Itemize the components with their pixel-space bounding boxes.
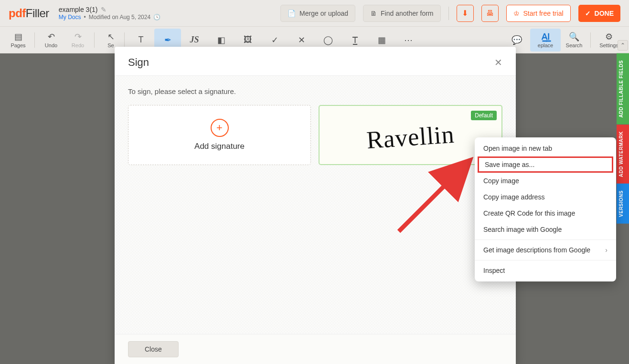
chevron-up-icon: ⌃ — [620, 42, 625, 49]
doc-info: example 3(1) ✎ My Docs • Modified on Aug… — [59, 6, 160, 21]
ctx-separator — [475, 239, 616, 240]
ctx-image-descriptions[interactable]: Get image descriptions from Google — [475, 242, 616, 258]
print-button[interactable]: 🖶 — [481, 5, 499, 22]
sign-prompt: To sign, please select a signature. — [128, 87, 502, 95]
ctx-inspect[interactable]: Inspect — [475, 262, 616, 279]
tool-redo-label: Redo — [72, 42, 84, 48]
default-badge: Default — [471, 111, 497, 120]
tool-select-label: Se — [107, 42, 114, 48]
initials-icon: JS — [190, 35, 199, 45]
merge-label: Merge or upload — [299, 10, 348, 17]
ctx-separator — [475, 260, 616, 260]
app-logo[interactable]: pdfFiller — [9, 7, 49, 20]
context-menu: Open image in new tab Save image as... C… — [475, 137, 616, 281]
modal-body: To sign, please select a signature. + Ad… — [115, 76, 516, 334]
app-header: pdfFiller example 3(1) ✎ My Docs • Modif… — [0, 0, 629, 27]
ctx-save-image-as[interactable]: Save image as... — [478, 156, 613, 173]
download-icon: ⬇ — [462, 9, 468, 18]
my-docs-link[interactable]: My Docs — [59, 14, 81, 21]
side-tab-watermark[interactable]: ADD WATERMARK — [617, 125, 629, 184]
pages-icon: ▤ — [14, 32, 22, 42]
signature-row: + Add signature Default Ravellin ✎ — [128, 105, 502, 165]
logo-thin: Filler — [26, 7, 49, 20]
edit-title-icon[interactable]: ✎ — [101, 6, 107, 14]
print-icon: 🖶 — [486, 9, 494, 18]
tool-replace[interactable]: A̲I̲eplace — [530, 29, 561, 52]
tool-undo-label: Undo — [45, 42, 57, 48]
clock-icon: 🕓 — [153, 14, 160, 21]
tool-search-label: Search — [566, 42, 583, 48]
tool-pages-label: Pages — [11, 42, 25, 48]
more-icon: ⋯ — [404, 35, 413, 45]
modified-text: Modified on Aug 5, 2024 — [89, 14, 150, 21]
image-icon: 🖼 — [244, 35, 252, 45]
cursor-icon: ↖ — [107, 32, 115, 42]
comment-icon: 💬 — [512, 35, 522, 45]
check-icon: ✓ — [271, 35, 278, 45]
modal-title: Sign — [128, 56, 149, 69]
ctx-qr-code[interactable]: Create QR Code for this image — [475, 205, 616, 221]
redo-icon: ↷ — [75, 32, 82, 42]
cross-icon: ✕ — [298, 35, 305, 45]
side-tab-fillable[interactable]: ADD FILLABLE FIELDS — [617, 53, 629, 125]
doc-title-text[interactable]: example 3(1) — [59, 6, 98, 14]
modal-close-x[interactable]: ✕ — [494, 57, 502, 68]
gear-icon: ⚙ — [605, 32, 613, 42]
tool-undo[interactable]: ↶Undo — [38, 29, 64, 52]
tool-replace-label: eplace — [538, 42, 553, 48]
close-icon: ✕ — [494, 57, 502, 68]
logo-bold: pdf — [9, 7, 26, 20]
crown-icon: ♔ — [513, 10, 520, 17]
quill-icon: ✒ — [164, 35, 171, 45]
download-button[interactable]: ⬇ — [457, 5, 474, 22]
start-trial-button[interactable]: ♔ Start free trial — [506, 5, 571, 22]
plus-icon: + — [211, 119, 229, 137]
toolbar-expand[interactable]: ⌃ — [618, 40, 628, 51]
done-label: DONE — [595, 10, 614, 17]
merge-upload-button[interactable]: 📄 Merge or upload — [280, 5, 355, 22]
search-icon: 🔍 — [569, 32, 579, 42]
date-icon: ▦ — [378, 35, 386, 45]
ctx-copy-image[interactable]: Copy image — [475, 173, 616, 189]
replace-icon: A̲I̲ — [542, 32, 550, 42]
ctx-copy-address[interactable]: Copy image address — [475, 189, 616, 205]
ctx-open-new-tab[interactable]: Open image in new tab — [475, 140, 616, 156]
close-button[interactable]: Close — [128, 341, 179, 357]
add-signature-card[interactable]: + Add signature — [128, 105, 311, 165]
tool-redo[interactable]: ↷Redo — [64, 29, 91, 52]
modal-header: Sign ✕ — [115, 47, 516, 76]
tool-search[interactable]: 🔍Search — [561, 29, 587, 52]
find-label: Find another form — [381, 10, 434, 17]
undo-icon: ↶ — [48, 32, 55, 42]
side-panel: ADD FILLABLE FIELDS ADD WATERMARK VERSIO… — [617, 53, 629, 364]
find-form-button[interactable]: 🗎 Find another form — [363, 5, 441, 22]
modal-footer: Close — [115, 334, 516, 364]
dot: • — [84, 14, 85, 21]
done-button[interactable]: ✓ DONE — [578, 5, 620, 22]
sign-modal: Sign ✕ To sign, please select a signatur… — [115, 47, 516, 364]
side-tab-versions[interactable]: VERSIONS — [617, 184, 629, 224]
text-icon: T — [139, 35, 144, 45]
signature-image: Ravellin — [366, 120, 456, 154]
eraser-icon: ◧ — [217, 35, 225, 45]
check-icon: ✓ — [585, 10, 591, 17]
textbox-icon: T̲ — [352, 35, 358, 45]
circle-icon: ◯ — [323, 35, 333, 45]
trial-label: Start free trial — [523, 10, 564, 17]
merge-icon: 📄 — [288, 10, 296, 17]
tool-pages[interactable]: ▤Pages — [5, 29, 32, 52]
find-icon: 🗎 — [370, 10, 377, 17]
tool-settings-label: Settings — [599, 42, 618, 48]
ctx-search-google[interactable]: Search image with Google — [475, 221, 616, 238]
add-signature-label: Add signature — [194, 142, 245, 151]
